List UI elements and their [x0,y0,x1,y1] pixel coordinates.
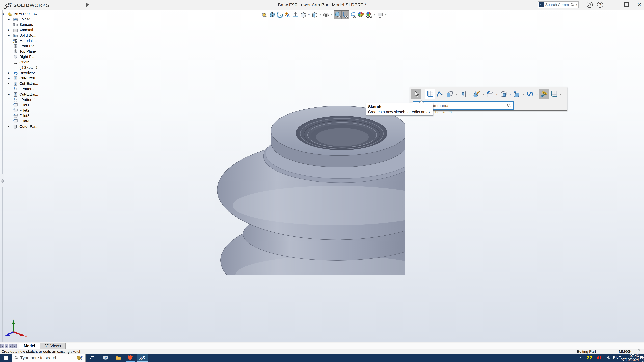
spline-button[interactable] [525,89,535,99]
command-search-input[interactable] [545,2,569,7]
view-orientation-button[interactable] [299,10,307,19]
measure-button[interactable] [261,10,268,19]
volume-button[interactable] [604,354,612,362]
expand-closed-icon[interactable]: ▶ [8,28,13,31]
tree-item-revolve2[interactable]: ▶Revolve2 [0,70,50,76]
tree-item-annotations[interactable]: ▶Annotati... [0,27,50,33]
tray-expand-button[interactable] [577,354,584,362]
extruded-boss-button[interactable] [445,89,455,99]
hide-show-dropdown-icon[interactable]: ▾ [330,13,334,16]
tree-item-cut-extrude3[interactable]: ▶Cut-Extru... [0,92,50,97]
solidworks-taskbar-button[interactable]: ʒS [136,354,148,362]
taskbar-search-input[interactable] [20,356,74,360]
restore-button[interactable] [624,2,628,7]
model-ball-joint-boot[interactable] [210,92,405,275]
tree-item-cut-extrude2[interactable]: ▶Cut-Extru... [0,81,50,86]
reference-geometry-dropdown-icon[interactable]: ▾ [508,92,512,96]
tab-first-button[interactable]: ◀ [0,344,4,348]
apply-scene-button[interactable] [365,10,372,19]
tab-3d-views[interactable]: 3D Views [40,343,66,349]
tree-item-material[interactable]: Material ... [0,38,50,43]
tree-item-sensors[interactable]: Sensors [0,22,50,27]
view-sketches-toggle[interactable] [342,10,349,19]
task-manager-button[interactable] [100,354,111,362]
hole-wizard-button[interactable] [472,89,482,99]
tree-item-outer-surface[interactable]: ▶Outer Par... [0,124,50,129]
expand-closed-icon[interactable]: ▶ [8,125,13,128]
reference-plane-button[interactable] [512,89,522,99]
tab-prev-button[interactable]: ◀ [4,344,8,348]
dynamic-annotation-button[interactable] [284,10,292,19]
section-cut-button[interactable] [276,10,284,19]
tab-next-button[interactable]: ▶ [9,344,12,348]
expand-open-icon[interactable]: ▼ [2,12,7,15]
normal-to-button[interactable] [292,10,299,19]
tree-item-origin[interactable]: Origin [0,59,50,65]
display-style-dropdown-icon[interactable]: ▾ [318,13,322,16]
extruded-cut-button[interactable] [458,89,468,99]
display-style-button[interactable] [311,10,318,19]
clock[interactable]: 07:43 07/10/2024 [621,354,639,362]
menu-expand-arrow-icon[interactable] [86,2,89,7]
view-all-annotations-button[interactable] [349,10,357,19]
tree-item-front-plane[interactable]: Front Pla... [0,43,50,49]
extruded-cut-dropdown-icon[interactable]: ▾ [468,92,472,96]
brave-browser-button[interactable] [125,354,136,362]
view-orientation-dropdown-icon[interactable]: ▾ [307,13,311,16]
notification-center-button[interactable]: 3 [639,354,644,362]
tab-last-button[interactable]: ▶ [13,344,17,348]
start-button[interactable] [0,354,12,362]
hole-wizard-dropdown-icon[interactable]: ▾ [482,92,485,96]
units-dropdown-icon[interactable]: ▴ [630,350,632,353]
expand-closed-icon[interactable]: ▶ [8,82,13,85]
expand-closed-icon[interactable]: ▶ [8,18,13,21]
spline-dropdown-icon[interactable]: ▾ [535,92,539,96]
reference-plane-dropdown-icon[interactable]: ▾ [522,92,525,96]
view-settings-dropdown-icon[interactable]: ▾ [384,13,388,16]
tree-item-lpattern3[interactable]: LPattern3 [0,86,50,92]
tag-icon[interactable] [635,349,640,354]
command-search-box[interactable]: >_ ▾ [538,1,578,8]
expand-closed-icon[interactable]: ▶ [8,71,13,74]
viewport-3d[interactable]: ▼Bmw E90 Low... ▶Folder Sensors ▶Annotat… [0,9,644,342]
tree-item-part-root[interactable]: ▼Bmw E90 Low... [0,11,50,16]
login-user-icon[interactable] [587,2,593,8]
tree-item-cut-extrude1[interactable]: ▶Cut-Extru... [0,76,50,81]
reference-geometry-button[interactable] [498,89,508,99]
line-tool-button[interactable] [435,89,445,99]
tray-temp-red[interactable]: 41 [594,354,604,362]
tree-item-fillet2[interactable]: Fillet2 [0,108,50,113]
select-dropdown-icon[interactable]: ▾ [421,92,425,96]
units-selector[interactable]: MMGS [619,350,630,354]
file-explorer-button[interactable] [113,354,124,362]
tree-item-fillet3[interactable]: Fillet3 [0,113,50,118]
view-settings-button[interactable] [376,10,384,19]
search-icon[interactable] [506,103,512,108]
tree-item-lpattern4[interactable]: LPattern4 [0,97,50,102]
fillet-button[interactable] [485,89,495,99]
task-view-button[interactable] [87,354,97,362]
sketch-grid-dropdown-icon[interactable]: ▾ [559,92,562,96]
expand-closed-icon[interactable]: ▶ [8,34,13,37]
expand-closed-icon[interactable]: ▶ [8,77,13,80]
tree-item-right-plane[interactable]: Right Pla... [0,54,50,59]
tree-item-history-folder[interactable]: ▶Folder [0,16,50,22]
sketch-button[interactable] [425,89,435,99]
select-tool-button[interactable] [411,89,421,99]
solidworks-logo[interactable]: ʒS SOLIDWORKS [4,1,50,9]
apply-scene-dropdown-icon[interactable]: ▾ [372,13,376,16]
tree-item-sketch2[interactable]: (-) Sketch2 [0,65,50,70]
tab-model[interactable]: Model [19,343,40,349]
help-icon[interactable]: ? [597,2,603,8]
hide-show-items-button[interactable] [322,10,330,19]
tray-temp-yellow[interactable]: 32 [585,354,594,362]
panel-collapse-handle[interactable] [0,174,4,187]
expand-closed-icon[interactable]: ▶ [8,93,13,96]
smart-dimension-button[interactable] [539,89,549,99]
tree-item-fillet4[interactable]: Fillet4 [0,118,50,124]
tree-item-solid-bodies[interactable]: ▶Solid Bo... [0,33,50,38]
tree-item-top-plane[interactable]: Top Plane [0,49,50,54]
sketch-grid-button[interactable] [549,89,559,99]
search-icon[interactable] [570,2,574,7]
close-button[interactable]: ✕ [636,1,643,8]
